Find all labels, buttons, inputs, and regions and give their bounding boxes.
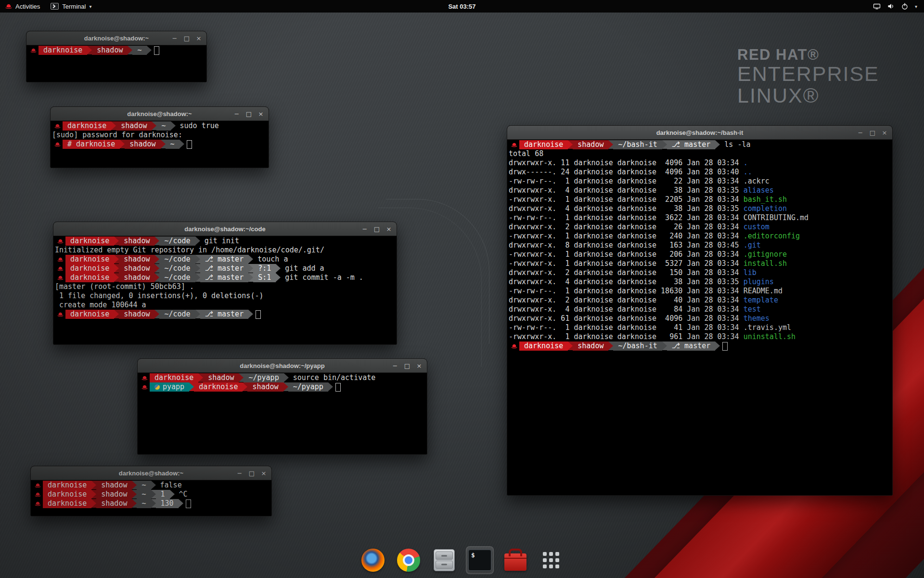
terminal-cursor [187, 140, 192, 149]
powerline-arrow [111, 121, 116, 130]
titlebar[interactable]: darknoise@shadow:~ − □ × [26, 31, 206, 45]
redhat-prompt-icon [55, 255, 65, 264]
powerline-arrow [154, 236, 159, 245]
terminal-text: git commit -a -m . [281, 273, 363, 282]
dock-files[interactable] [430, 546, 458, 574]
volume-icon[interactable] [887, 2, 895, 10]
close-button[interactable]: × [385, 225, 392, 233]
terminal-window[interactable]: darknoise@shadow:~ − □ × darknoiseshadow… [50, 106, 269, 168]
terminal-text: false [156, 481, 182, 490]
titlebar[interactable]: darknoise@shadow:~ − □ × [51, 107, 269, 121]
terminal-text: Initialized empty Git repository in /hom… [55, 246, 324, 255]
terminal-line: [master (root-commit) 50bcb63] . [55, 282, 397, 291]
terminal-line: -rw-rw-r--. 1 darknoise darknoise 3622 J… [509, 213, 892, 223]
titlebar[interactable]: darknoise@shadow:~/bash-it − □ × [507, 126, 892, 140]
clock[interactable]: Sat 03:57 [448, 3, 475, 10]
prompt-segment: ~/bash-it [613, 140, 662, 149]
terminal-content[interactable]: darknoiseshadow~/code git initInitialize… [53, 236, 397, 344]
terminal-content[interactable]: darknoiseshadow~ sudo true[sudo] passwor… [51, 121, 269, 168]
powerline-arrow [151, 481, 156, 489]
maximize-button[interactable]: □ [404, 362, 411, 369]
prompt-segment: ⎇ master [200, 273, 249, 282]
directory-name: completion [744, 204, 787, 213]
prompt-segment: ~ [137, 481, 151, 490]
window-title: darknoise@shadow:~ [119, 470, 183, 477]
terminal-text: drwxrwxr-x. 11 darknoise darknoise 4096 … [509, 158, 744, 168]
powerline-arrow [154, 264, 159, 273]
powerline-arrow [171, 121, 176, 130]
prompt-segment: # darknoise [63, 140, 120, 149]
terminal-text: ls -la [720, 140, 750, 149]
maximize-button[interactable]: □ [245, 110, 252, 118]
minimize-button[interactable]: − [171, 35, 178, 42]
terminal-content[interactable]: darknoiseshadow~/pyapp source bin/activa… [138, 373, 427, 454]
terminal-content[interactable]: darknoiseshadow~ falsedarknoiseshadow~1 … [31, 480, 271, 516]
terminal-text: create mode 100644 a [55, 301, 146, 310]
titlebar[interactable]: darknoise@shadow:~ − □ × [31, 466, 271, 480]
powerline-arrow [195, 310, 200, 318]
powerline-arrow [568, 342, 573, 350]
prompt-segment: ?:1 [253, 264, 276, 273]
terminal-content[interactable]: darknoiseshadow~/bash-it⎇ master ls -lat… [507, 140, 892, 495]
activities-button[interactable]: Activities [0, 0, 45, 13]
terminal-window[interactable]: darknoise@shadow:~ − □ × darknoiseshadow… [26, 31, 207, 82]
dock-terminal[interactable]: $ [466, 546, 494, 574]
terminal-line: darknoiseshadow~ [28, 46, 206, 55]
terminal-window[interactable]: darknoise@shadow:~/code − □ × darknoises… [53, 222, 397, 345]
terminal-line: 1 file changed, 0 insertions(+), 0 delet… [55, 291, 397, 301]
terminal-content[interactable]: darknoiseshadow~ [26, 45, 206, 82]
terminal-line: darknoiseshadow~/pyapp source bin/activa… [139, 373, 427, 382]
terminal-text: touch a [253, 255, 288, 264]
minimize-button[interactable]: − [233, 110, 240, 118]
terminal-text: git add a [281, 264, 324, 273]
close-button[interactable]: × [195, 35, 202, 42]
maximize-button[interactable]: □ [373, 225, 380, 233]
close-button[interactable]: × [881, 129, 888, 136]
terminal-text: sudo true [176, 121, 219, 131]
minimize-button[interactable]: − [236, 470, 243, 477]
prompt-segment: ~/code [159, 236, 195, 246]
powerline-arrow [284, 373, 289, 382]
display-icon[interactable] [873, 2, 881, 10]
prompt-segment: darknoise [194, 382, 243, 392]
powerline-arrow [128, 46, 132, 54]
close-button[interactable]: × [416, 362, 423, 369]
maximize-button[interactable]: □ [248, 470, 255, 477]
directory-name: themes [744, 314, 770, 323]
rhel-logo-enterprise: ENTERPRISE [737, 63, 879, 85]
terminal-line: darknoiseshadow~/code⎇ master?:1 git add… [55, 264, 397, 273]
minimize-button[interactable]: − [392, 362, 398, 369]
powerline-arrow [154, 310, 159, 318]
terminal-text: -rw-rw-r--. 1 darknoise darknoise 22 Jan… [509, 177, 744, 186]
prompt-segment: ~/code [159, 273, 195, 282]
prompt-segment: darknoise [43, 490, 91, 499]
maximize-button[interactable]: □ [183, 35, 190, 42]
terminal-window[interactable]: darknoise@shadow:~/bash-it − □ × darknoi… [507, 125, 893, 496]
close-button[interactable]: × [257, 110, 264, 118]
dock-chrome[interactable] [395, 546, 423, 574]
prompt-segment: darknoise [65, 255, 114, 264]
redhat-prompt-icon [32, 499, 43, 508]
terminal-text: -rwxrwxr-x. 1 darknoise darknoise 5327 J… [509, 259, 744, 268]
terminal-text: drwxrwxr-x. 2 darknoise darknoise 26 Jan… [509, 223, 744, 232]
powerline-arrow [715, 140, 720, 149]
close-button[interactable]: × [260, 470, 267, 477]
powerline-arrow [328, 382, 333, 391]
titlebar[interactable]: darknoise@shadow:~/pyapp − □ × [138, 359, 427, 373]
power-icon[interactable] [901, 2, 909, 10]
rhel-logo-linux: LINUX® [737, 85, 879, 106]
minimize-button[interactable]: − [857, 129, 864, 136]
terminal-window[interactable]: darknoise@shadow:~ − □ × darknoiseshadow… [30, 466, 272, 516]
minimize-button[interactable]: − [361, 225, 368, 233]
dock-show-apps[interactable] [537, 546, 565, 574]
titlebar[interactable]: darknoise@shadow:~/code − □ × [53, 222, 397, 236]
window-title: darknoise@shadow:~/pyapp [240, 362, 324, 369]
prompt-segment: ⎇ master [200, 255, 249, 264]
terminal-window[interactable]: darknoise@shadow:~/pyapp − □ × darknoise… [137, 358, 427, 455]
terminal-text: -rw-rw-r--. 1 darknoise darknoise 3622 J… [509, 213, 744, 223]
terminal-icon: $ [468, 549, 492, 571]
dock-toolbox[interactable] [501, 546, 529, 574]
maximize-button[interactable]: □ [869, 129, 876, 136]
app-menu-terminal[interactable]: Terminal ▾ [45, 0, 97, 13]
dock-firefox[interactable] [359, 546, 387, 574]
